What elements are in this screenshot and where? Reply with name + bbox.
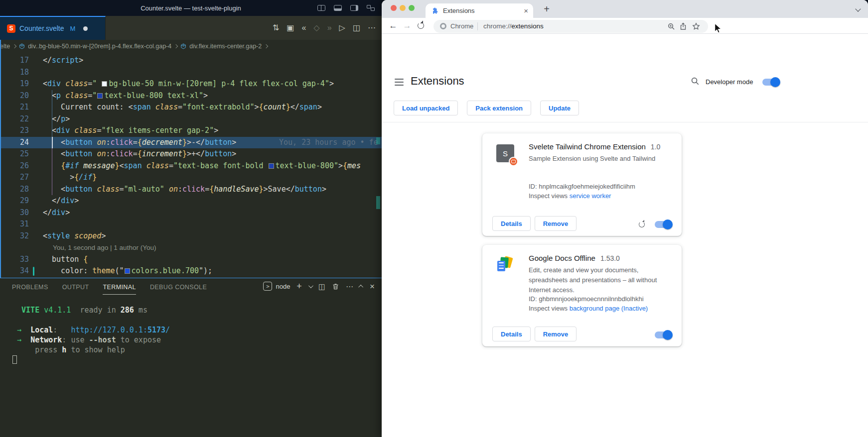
text-cursor (52, 137, 53, 149)
close-panel-icon[interactable]: × (370, 282, 375, 291)
tab-close-icon[interactable]: × (524, 7, 528, 14)
terminal-line: → Local: http://127.0.0.1:5173/ (12, 325, 382, 335)
code-line: 34 color: theme("colors.blue.700"); (0, 265, 382, 277)
minimize-window-button[interactable] (400, 5, 406, 11)
zoom-icon[interactable] (667, 22, 675, 30)
code-text: <div class=" bg-blue-50 min-w-[20rem] p-… (43, 79, 334, 88)
breadcrumb-segment[interactable]: elte (0, 43, 10, 50)
window-title: Counter.svelte — test-svelte-plugin (141, 4, 241, 12)
line-number: 27 (0, 172, 29, 184)
panel-tab-terminal[interactable]: TERMINAL (103, 284, 136, 291)
new-tab-button[interactable]: + (540, 2, 553, 15)
terminal-picker-chevron-icon[interactable] (308, 283, 313, 288)
code-editor[interactable]: 17</script>1819<div class=" bg-blue-50 m… (0, 53, 382, 278)
breadcrumb-segment[interactable]: div.flex.items-center.gap-2 (189, 43, 262, 50)
code-text: <button class="ml-auto" on:click={handle… (43, 185, 326, 194)
developer-mode-toggle[interactable] (762, 79, 779, 86)
terminal-output[interactable]: VITE v4.1.1 ready in 286 ms → Local: htt… (0, 296, 382, 437)
load-unpacked-button[interactable]: Load unpacked (394, 101, 458, 115)
maximize-panel-icon[interactable] (358, 284, 363, 289)
remove-button[interactable]: Remove (535, 216, 577, 231)
open-changes-icon[interactable]: ▣ (287, 24, 294, 32)
scrollbar-decoration (376, 196, 380, 209)
extension-description: Edit, create and view your documents, sp… (529, 265, 670, 295)
pack-extension-button[interactable]: Pack extension (467, 101, 531, 115)
terminal-line: → Network: use --host to expose (12, 335, 382, 345)
color-swatch-icon (97, 93, 103, 99)
remove-button[interactable]: Remove (535, 327, 577, 341)
line-number: 26 (0, 160, 29, 172)
new-terminal-icon[interactable]: + (296, 282, 302, 291)
layout-secondary-sidebar-icon[interactable] (350, 5, 358, 11)
kill-terminal-trash-icon[interactable] (332, 283, 339, 290)
code-line: 25 <button on:click={increment}>+</butto… (0, 148, 382, 160)
source-control-diff-icon[interactable]: ⇅ (273, 24, 279, 32)
url-scheme: chrome:// (483, 22, 511, 30)
extension-id: ID: hnplmcaikgfoehmeiejokedfificiihm (529, 183, 670, 190)
terminal-shell-label[interactable]: node (276, 283, 290, 290)
zoom-window-button[interactable] (409, 5, 415, 11)
split-editor-icon[interactable]: ◫ (353, 24, 360, 32)
code-line: 29 </div> (0, 195, 382, 207)
panel-tab-output[interactable]: OUTPUT (62, 284, 89, 291)
line-number: 21 (0, 102, 29, 113)
layout-sidebar-icon[interactable] (317, 5, 325, 11)
back-button[interactable]: ← (387, 19, 400, 32)
details-button[interactable]: Details (492, 216, 531, 231)
extension-card: SSvelete Tailwind Chrome Extension1.0Sam… (482, 133, 682, 236)
share-icon[interactable] (679, 22, 687, 30)
vscode-titlebar[interactable]: Counter.svelte — test-svelte-plugin (0, 0, 382, 16)
inspect-views-link[interactable]: background page (Inactive) (570, 305, 648, 312)
terminal-shell-icon[interactable]: > (263, 282, 272, 291)
run-icon[interactable]: ▷ (339, 24, 345, 32)
line-number: 29 (0, 195, 29, 207)
inspect-views-link[interactable]: service worker (570, 192, 611, 200)
terminal-line: VITE v4.1.1 ready in 286 ms (12, 305, 382, 315)
close-window-button[interactable] (391, 5, 397, 11)
layout-customize-icon[interactable] (367, 5, 375, 11)
tab-dirty-dot-icon[interactable] (83, 26, 88, 31)
split-terminal-icon[interactable]: ◫ (318, 283, 325, 290)
update-button[interactable]: Update (540, 101, 579, 115)
code-line: 23 <div class="flex items-center gap-2"> (0, 125, 382, 137)
nav-forward-icon[interactable]: » (327, 24, 332, 32)
panel-more-icon[interactable]: ⋯ (346, 283, 353, 290)
forward-button[interactable]: → (401, 19, 414, 32)
extension-enabled-toggle[interactable] (655, 331, 672, 338)
tab-extensions[interactable]: Extensions × (426, 3, 533, 18)
nav-back-icon[interactable]: « (301, 24, 306, 32)
extension-name: Google Docs Offline (529, 254, 595, 262)
reload-extension-icon[interactable] (639, 221, 645, 227)
breadcrumb-segment[interactable]: div..bg-blue-50.min-w-[20rem].p-4.flex.f… (28, 43, 171, 50)
extensions-favicon-puzzle-icon (432, 7, 439, 14)
nav-current-icon[interactable]: ◇ (313, 24, 319, 32)
details-button[interactable]: Details (492, 327, 531, 341)
panel-tab-debug-console[interactable]: DEBUG CONSOLE (150, 284, 207, 291)
line-number: 34 (0, 265, 29, 277)
breadcrumb[interactable]: eltediv..bg-blue-50.min-w-[20rem].p-4.fl… (0, 40, 382, 53)
reload-button[interactable] (418, 22, 424, 29)
extension-enabled-toggle[interactable] (655, 221, 672, 228)
search-icon[interactable] (691, 77, 700, 86)
extension-name: Svelete Tailwind Chrome Extension (529, 142, 646, 151)
tab-search-chevron-icon[interactable] (855, 6, 861, 11)
inspect-views-row: Inspect views background page (Inactive) (529, 305, 670, 312)
symbol-cube-icon (19, 43, 25, 49)
code-text: {#if message}<span class="text-base font… (43, 161, 361, 170)
panel-tab-problems[interactable]: PROBLEMS (12, 284, 48, 291)
line-number: 19 (0, 78, 29, 90)
code-text: </div> (43, 208, 70, 217)
line-number: 17 (0, 55, 29, 67)
card-controls (639, 221, 672, 228)
more-actions-icon[interactable]: ⋯ (368, 24, 376, 32)
address-bar[interactable]: Chrome chrome://extensions (434, 20, 708, 33)
card-content: Svelete Tailwind Chrome Extension1.0Samp… (529, 142, 670, 200)
symbol-cube-icon (180, 43, 186, 49)
tab-counter-svelte[interactable]: S Counter.svelte M (0, 16, 106, 40)
main-menu-hamburger-icon[interactable] (395, 79, 404, 86)
layout-panel-icon[interactable] (334, 5, 342, 11)
editor-tab-bar: S Counter.svelte M ⇅▣«◇»▷◫⋯ (0, 16, 382, 40)
bookmark-star-icon[interactable] (692, 22, 700, 30)
code-text: <p class="text-blue-800 text-xl"> (43, 91, 208, 100)
indent-guide (52, 148, 52, 160)
